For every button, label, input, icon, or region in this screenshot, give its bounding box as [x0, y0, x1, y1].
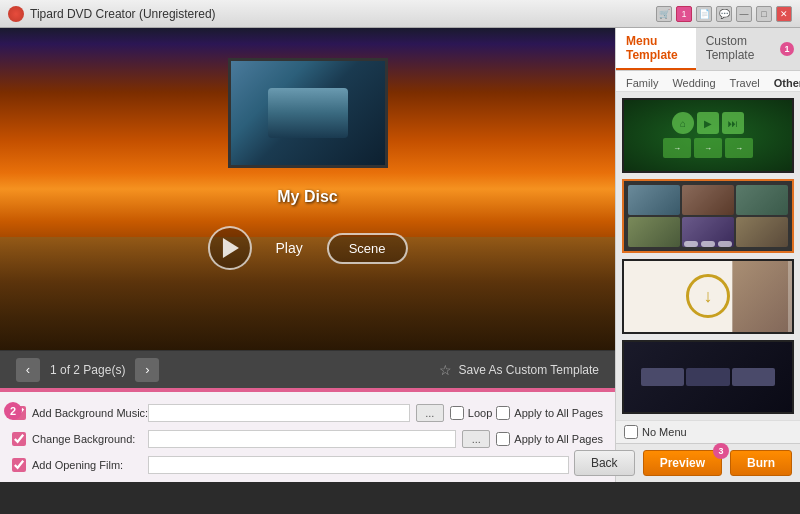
- disc-title: My Disc: [277, 188, 337, 206]
- chat-icon[interactable]: 💬: [716, 6, 732, 22]
- page-info: 1 of 2 Page(s): [50, 363, 125, 377]
- badge1-btn[interactable]: 1: [676, 6, 692, 22]
- loop-option: Loop Apply to All Pages: [450, 406, 603, 420]
- bottom-options-section: 2 Add Background Music: ... Loop Apply t…: [0, 388, 615, 482]
- maximize-btn[interactable]: □: [756, 6, 772, 22]
- disc-thumbnail-inner: [231, 61, 385, 165]
- add-bg-music-label: Add Background Music:: [32, 407, 142, 419]
- cat-others[interactable]: Others: [770, 75, 800, 91]
- add-opening-film-checkbox[interactable]: [12, 458, 26, 472]
- play-triangle-icon: [223, 238, 239, 258]
- add-opening-film-row: Add Opening Film: ...: [12, 454, 603, 476]
- prev-page-btn[interactable]: ‹: [16, 358, 40, 382]
- header-badge-1: 1: [780, 42, 794, 56]
- no-menu-row: No Menu: [616, 420, 800, 443]
- save-template-btn[interactable]: ☆ Save As Custom Template: [439, 362, 599, 378]
- play-scene-buttons: Play Scene: [207, 226, 407, 270]
- template-4-grid: [641, 368, 775, 386]
- disc-thumbnail: [228, 58, 388, 168]
- template-2-controls: [684, 241, 732, 247]
- scene-button[interactable]: Scene: [327, 233, 408, 264]
- main-container: My Disc Play Scene ‹ 1 of 2 Page(s) › ☆ …: [0, 28, 800, 482]
- play-button[interactable]: [207, 226, 251, 270]
- template-1-content: ⌂ ▶ ⏭ → → →: [663, 112, 753, 158]
- star-icon: ☆: [439, 362, 452, 378]
- badge-3: 3: [713, 443, 729, 459]
- template-1-arrows: → → →: [663, 138, 753, 158]
- dark-cell-3: [732, 368, 775, 386]
- preview-canvas: My Disc Play Scene: [0, 28, 615, 350]
- download-circle: ↓: [686, 274, 730, 318]
- add-bg-music-browse-btn[interactable]: ...: [416, 404, 444, 422]
- photo-cell-1: [628, 185, 680, 215]
- play-btn: ▶: [697, 112, 719, 134]
- ctrl-dot-1: [684, 241, 698, 247]
- title-buttons: 🛒 1 📄 💬 — □ ✕: [656, 6, 792, 22]
- burn-button[interactable]: Burn: [730, 450, 792, 476]
- cart-icon[interactable]: 🛒: [656, 6, 672, 22]
- change-bg-input[interactable]: [148, 430, 456, 448]
- next-page-btn[interactable]: ›: [135, 358, 159, 382]
- add-opening-film-label: Add Opening Film:: [32, 459, 142, 471]
- left-section: My Disc Play Scene ‹ 1 of 2 Page(s) › ☆ …: [0, 28, 615, 482]
- template-3-inner: ↓: [624, 261, 792, 332]
- ctrl-dot-2: [701, 241, 715, 247]
- save-template-label: Save As Custom Template: [458, 363, 599, 377]
- app-title: Tipard DVD Creator (Unregistered): [30, 7, 656, 21]
- apply-all-option: Apply to All Pages: [496, 432, 603, 446]
- badge-2: 2: [4, 402, 22, 420]
- titlebar: Tipard DVD Creator (Unregistered) 🛒 1 📄 …: [0, 0, 800, 28]
- loop-checkbox[interactable]: [450, 406, 464, 420]
- file-icon[interactable]: 📄: [696, 6, 712, 22]
- apply-all-pages-2-label: Apply to All Pages: [514, 433, 603, 445]
- options-bar: 2 Add Background Music: ... Loop Apply t…: [0, 390, 615, 482]
- minimize-btn[interactable]: —: [736, 6, 752, 22]
- template-thumb-4[interactable]: [622, 340, 794, 415]
- photo-cell-4: [628, 217, 680, 247]
- pagination-bar: ‹ 1 of 2 Page(s) › ☆ Save As Custom Temp…: [0, 350, 615, 388]
- menu-template-tab[interactable]: Menu Template: [616, 28, 696, 70]
- preview-button[interactable]: Preview 3: [643, 450, 722, 476]
- arr1: →: [663, 138, 691, 158]
- photo-cell-6: [736, 217, 788, 247]
- no-menu-label: No Menu: [642, 426, 687, 438]
- template-1-inner: ⌂ ▶ ⏭ → → →: [624, 100, 792, 171]
- template-3-side: [733, 261, 788, 332]
- app-icon: [8, 6, 24, 22]
- template-2-inner: [624, 181, 792, 252]
- ctrl-dot-3: [718, 241, 732, 247]
- no-menu-checkbox[interactable]: [624, 425, 638, 439]
- back-button[interactable]: Back: [574, 450, 635, 476]
- change-bg-checkbox[interactable]: [12, 432, 26, 446]
- right-panel: Menu Template Custom Template 1 Family W…: [615, 28, 800, 482]
- custom-template-tab[interactable]: Custom Template: [696, 28, 780, 70]
- badge1-container: 1: [780, 28, 794, 70]
- dark-cell-1: [641, 368, 684, 386]
- arr2: →: [694, 138, 722, 158]
- skip-btn: ⏭: [722, 112, 744, 134]
- change-bg-row: Change Background: ... Apply to All Page…: [12, 428, 603, 450]
- play-label: Play: [275, 240, 302, 256]
- template-list: ⌂ ▶ ⏭ → → →: [616, 92, 800, 420]
- add-bg-music-input[interactable]: [148, 404, 410, 422]
- category-tabs: Family Wedding Travel Others ›: [616, 71, 800, 92]
- apply-all-pages-1-label: Apply to All Pages: [514, 407, 603, 419]
- cat-travel[interactable]: Travel: [726, 75, 764, 91]
- cat-family[interactable]: Family: [622, 75, 662, 91]
- template-thumb-3[interactable]: ↓: [622, 259, 794, 334]
- cat-wedding[interactable]: Wedding: [668, 75, 719, 91]
- change-bg-browse-btn[interactable]: ...: [462, 430, 490, 448]
- preview-label: Preview: [660, 456, 705, 470]
- template-thumb-1[interactable]: ⌂ ▶ ⏭ → → →: [622, 98, 794, 173]
- template-4-inner: [624, 342, 792, 413]
- apply-all-pages-2-checkbox[interactable]: [496, 432, 510, 446]
- template-1-icons: ⌂ ▶ ⏭: [672, 112, 744, 134]
- add-opening-film-input[interactable]: [148, 456, 569, 474]
- photo-cell-2: [682, 185, 734, 215]
- add-bg-music-row: Add Background Music: ... Loop Apply to …: [12, 402, 603, 424]
- photo-cell-3: [736, 185, 788, 215]
- template-thumb-2[interactable]: [622, 179, 794, 254]
- apply-all-pages-1-checkbox[interactable]: [496, 406, 510, 420]
- close-btn[interactable]: ✕: [776, 6, 792, 22]
- disc-image: [268, 88, 348, 138]
